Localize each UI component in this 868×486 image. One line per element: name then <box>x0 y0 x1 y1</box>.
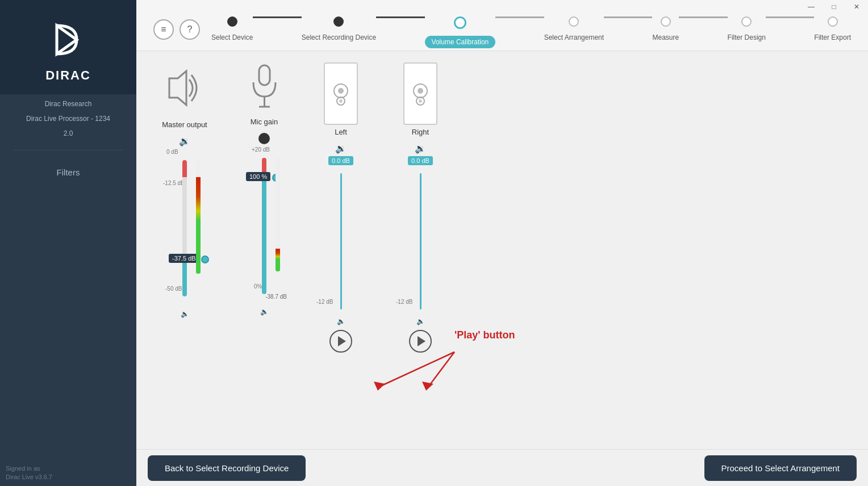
step-label-measure: Measure <box>652 33 679 41</box>
master-mid-db: -12.5 dB <box>163 180 185 186</box>
step-select-arrangement: Select Arrangement <box>544 16 604 41</box>
master-db-badge: -37.5 dB <box>169 254 199 263</box>
maximize-button[interactable]: □ <box>823 0 845 14</box>
signed-in-text: Signed in as <box>6 465 40 472</box>
master-handle-container[interactable]: -37.5 dB <box>169 254 209 265</box>
step-dot-measure <box>661 16 671 27</box>
svg-marker-1 <box>169 71 186 105</box>
right-volume-icon: 🔉 <box>415 143 426 154</box>
right-play-button[interactable] <box>409 330 432 353</box>
menu-icon: ≡ <box>161 24 166 35</box>
connector-1 <box>253 16 301 18</box>
master-volume-icon: 🔉 <box>179 136 190 146</box>
right-bottom-icon: 🔈 <box>416 317 425 325</box>
left-blue-line[interactable] <box>340 173 342 309</box>
minimize-button[interactable]: — <box>800 0 823 14</box>
master-top-db: 0 dB <box>166 149 178 155</box>
mic-slider-area: +20 dB 0% 100 % <box>247 146 281 305</box>
left-speaker-svg <box>327 79 355 108</box>
close-button[interactable]: ✕ <box>845 0 868 14</box>
master-output-channel: Master output 🔉 0 dB -12.5 dB -50 dB -37 <box>159 62 210 318</box>
step-select-device: Select Device <box>211 16 253 41</box>
mic-gain-channel: Mic gain +20 dB 0% 100 % <box>239 62 290 316</box>
master-output-label: Master output <box>162 120 207 130</box>
right-play-triangle <box>418 336 425 346</box>
brand-title: DIRAC <box>45 68 91 83</box>
svg-rect-2 <box>259 65 270 85</box>
stepper: Select Device Select Recording Device Vo… <box>211 11 851 48</box>
back-button[interactable]: Back to Select Recording Device <box>148 455 306 481</box>
sidebar-divider <box>14 150 123 150</box>
menu-button[interactable]: ≡ <box>153 19 174 40</box>
topbar-icons: ≡ ? <box>153 19 200 40</box>
mic-blue-fill <box>262 181 266 294</box>
master-handle[interactable] <box>201 255 209 263</box>
left-speaker-img <box>324 62 358 125</box>
left-bottom-icon: 🔈 <box>337 317 345 325</box>
step-dot-volume-calibration <box>454 16 466 29</box>
subtitle-line1: Dirac Research <box>45 99 92 109</box>
subtitle-line3: 2.0 <box>64 128 73 139</box>
step-label-filter-design: Filter Design <box>728 33 766 41</box>
step-dot-select-recording <box>333 16 344 27</box>
subtitle-line2: Dirac Live Processor - 1234 <box>26 114 110 124</box>
svg-point-10 <box>418 88 423 94</box>
connector-2 <box>376 16 424 18</box>
master-vu-fill <box>196 177 201 274</box>
mic-svg <box>249 62 280 111</box>
right-db-badge: 0.0 dB <box>408 156 433 165</box>
connector-5 <box>679 16 727 18</box>
left-bottom-label: -12 dB <box>316 299 333 305</box>
svg-point-6 <box>338 88 344 94</box>
sidebar-logo: DIRAC <box>0 0 136 94</box>
left-speaker-label: Left <box>335 128 347 137</box>
mic-bottom-icon: 🔈 <box>260 308 269 316</box>
play-annotation: 'Play' button <box>454 329 515 341</box>
proceed-button[interactable]: Proceed to Select Arrangement <box>704 455 857 481</box>
version-text: Dirac Live v3.6.7 <box>6 474 52 480</box>
content-area: Master output 🔉 0 dB -12.5 dB -50 dB -37 <box>136 51 868 449</box>
master-slider-area: 0 dB -12.5 dB -50 dB -37.5 dB <box>168 149 202 308</box>
svg-marker-16 <box>422 382 433 391</box>
window-controls: — □ ✕ <box>800 0 868 14</box>
step-dot-filter-export <box>828 16 838 27</box>
right-slider-area: -12 dB <box>406 167 435 315</box>
left-play-button[interactable] <box>329 330 352 353</box>
filters-label[interactable]: Filters <box>57 162 80 183</box>
master-blue-fill <box>182 262 187 296</box>
step-label-select-arrangement: Select Arrangement <box>544 33 604 41</box>
step-label-volume-calibration: Volume Calibration <box>425 36 496 48</box>
step-measure: Measure <box>652 16 679 41</box>
mic-vu-meter <box>276 158 280 271</box>
topbar: ≡ ? Select Device Select Recording Devic… <box>136 0 868 51</box>
step-label-select-recording: Select Recording Device <box>302 33 376 41</box>
help-icon: ? <box>187 24 193 35</box>
mic-slider-track[interactable]: 100 % <box>262 158 266 294</box>
svg-rect-0 <box>45 17 91 62</box>
step-dot-select-device <box>227 16 237 27</box>
left-volume-icon: 🔉 <box>335 143 347 154</box>
mic-percent-badge: 100 % <box>246 172 270 181</box>
master-vu-meter <box>196 160 201 274</box>
master-red-section <box>182 160 187 177</box>
svg-point-8 <box>339 99 343 103</box>
left-slider-area: -12 dB <box>327 167 355 315</box>
connector-4 <box>604 16 652 18</box>
mic-knob[interactable] <box>258 133 270 144</box>
right-speaker-svg <box>406 79 435 108</box>
main-content: ≡ ? Select Device Select Recording Devic… <box>136 0 868 486</box>
step-select-recording: Select Recording Device <box>302 16 376 41</box>
mic-top-label: +20 dB <box>252 146 270 153</box>
bottom-bar: Back to Select Recording Device Proceed … <box>136 449 868 486</box>
right-speaker-label: Right <box>412 128 429 137</box>
master-slider-track[interactable]: -37.5 dB <box>182 160 187 296</box>
master-bottom-icon: 🔈 <box>181 310 189 318</box>
right-blue-line[interactable] <box>420 173 422 309</box>
step-filter-export: Filter Export <box>814 16 851 41</box>
svg-line-13 <box>381 352 454 386</box>
step-label-filter-export: Filter Export <box>814 33 851 41</box>
annotation-text: 'Play' button <box>454 329 515 341</box>
step-volume-calibration: Volume Calibration <box>425 16 496 48</box>
help-button[interactable]: ? <box>180 19 200 40</box>
right-speaker-channel: Right 🔉 0.0 dB -12 dB 🔈 <box>398 62 443 353</box>
